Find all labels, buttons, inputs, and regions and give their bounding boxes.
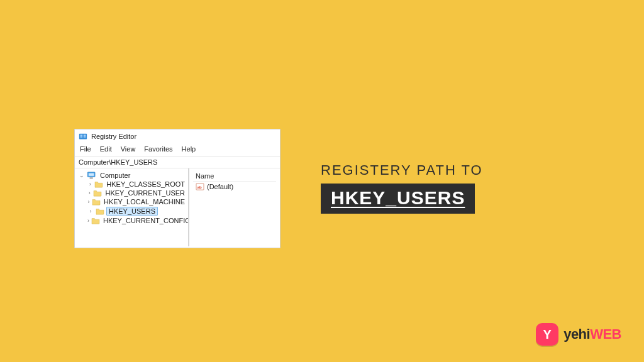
list-item[interactable]: ab (Default)	[193, 182, 276, 192]
graphic-canvas: Registry Editor File Edit View Favorites…	[0, 0, 644, 362]
split-panes: ⌄ Computer ›	[75, 168, 280, 246]
headline: REGISTERY PATH TO HKEY_USERS	[321, 162, 483, 214]
menu-help[interactable]: Help	[182, 145, 196, 153]
window-title: Registry Editor	[91, 133, 136, 140]
tree-node-hkcr[interactable]: › HKEY_CLASSES_ROOT	[76, 180, 187, 189]
tree-node-hkcc[interactable]: › HKEY_CURRENT_CONFIG	[76, 216, 187, 225]
brand-logo: Y yehiWEB	[536, 323, 621, 346]
svg-rect-3	[84, 134, 86, 136]
headline-small: REGISTERY PATH TO	[321, 162, 483, 178]
column-header-name[interactable]: Name	[193, 171, 276, 182]
address-bar[interactable]: Computer\HKEY_USERS	[75, 156, 280, 168]
chevron-down-icon[interactable]: ⌄	[79, 173, 85, 178]
tree-node-label: HKEY_CURRENT_CONFIG	[102, 217, 189, 224]
chevron-right-icon[interactable]: ›	[87, 190, 91, 196]
tree-node-hkcu[interactable]: › HKEY_CURRENT_USER	[76, 189, 187, 197]
chevron-right-icon[interactable]: ›	[87, 182, 92, 187]
brand-name-part2: WEB	[590, 326, 621, 342]
values-pane: Name ab (Default)	[189, 168, 280, 246]
brand-icon: Y	[536, 323, 558, 346]
folder-icon	[96, 207, 104, 215]
chevron-right-icon[interactable]: ›	[87, 209, 94, 214]
svg-rect-1	[80, 134, 83, 136]
tree-root-label: Computer	[99, 172, 131, 179]
regedit-app-icon	[79, 132, 87, 141]
svg-rect-4	[84, 136, 86, 138]
registry-editor-window: Registry Editor File Edit View Favorites…	[74, 129, 280, 248]
brand-icon-letter: Y	[543, 327, 551, 342]
svg-rect-6	[89, 173, 94, 176]
tree-node-hku[interactable]: › HKEY_USERS	[76, 206, 187, 216]
menu-view[interactable]: View	[121, 145, 136, 153]
menu-edit[interactable]: Edit	[100, 145, 112, 153]
menu-bar: File Edit View Favorites Help	[75, 143, 280, 156]
headline-badge: HKEY_USERS	[321, 184, 475, 214]
svg-rect-7	[90, 177, 93, 178]
svg-rect-2	[80, 136, 83, 138]
list-item-name: (Default)	[207, 183, 233, 190]
chevron-right-icon[interactable]: ›	[87, 218, 89, 224]
tree-node-label: HKEY_CLASSES_ROOT	[105, 180, 186, 188]
tree-node-label: HKEY_LOCAL_MACHINE	[103, 198, 186, 206]
window-titlebar: Registry Editor	[75, 129, 280, 143]
brand-name-part1: yehi	[564, 326, 590, 342]
menu-file[interactable]: File	[80, 145, 91, 153]
chevron-right-icon[interactable]: ›	[87, 199, 90, 205]
folder-icon	[91, 217, 100, 224]
brand-wordmark: yehiWEB	[564, 326, 621, 343]
reg-string-icon: ab	[196, 183, 204, 190]
tree-node-label: HKEY_CURRENT_USER	[104, 189, 186, 197]
tree-pane: ⌄ Computer ›	[75, 168, 189, 246]
computer-icon	[87, 172, 97, 179]
tree-root-computer[interactable]: ⌄ Computer	[76, 171, 187, 180]
folder-icon	[92, 198, 101, 206]
tree-node-hklm[interactable]: › HKEY_LOCAL_MACHINE	[76, 197, 187, 206]
menu-favorites[interactable]: Favorites	[144, 145, 172, 153]
svg-text:ab: ab	[197, 185, 202, 189]
folder-icon	[93, 189, 102, 197]
tree-node-label: HKEY_USERS	[106, 207, 158, 216]
tree-children: › HKEY_CLASSES_ROOT › HKEY_CURRENT_USER	[76, 180, 187, 225]
folder-icon	[94, 180, 103, 188]
